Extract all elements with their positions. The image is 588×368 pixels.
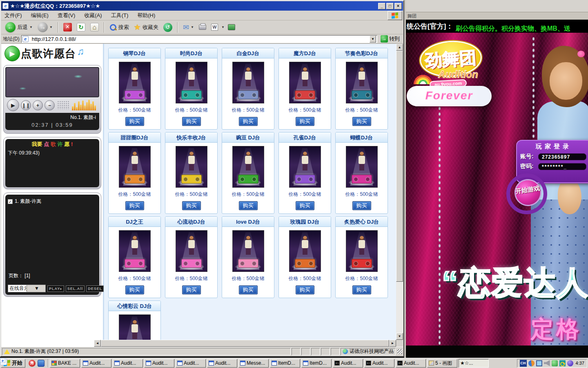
volume-icon[interactable]	[544, 360, 550, 366]
menu-item[interactable]: 工具(T)	[111, 12, 129, 19]
playlist-checkbox[interactable]: ✓	[8, 199, 13, 204]
messenger-button[interactable]	[226, 23, 237, 31]
category-select[interactable]: 在线音乐分类 ▼	[8, 285, 46, 292]
taskbar-task-button[interactable]: Audit...	[333, 359, 363, 368]
account-field[interactable]: 272365897	[538, 153, 586, 160]
play-button[interactable]: ▶	[7, 99, 19, 111]
playlist-action-button[interactable]: SEL.All	[66, 285, 85, 292]
volume-down-button[interactable]: −	[45, 100, 55, 110]
vertical-scrollbar[interactable]: ▲ ▼	[396, 44, 403, 340]
audition-logo: 劲舞团 Audition au.9you.com Forever	[406, 34, 496, 107]
history-button[interactable]: ↺	[162, 22, 174, 33]
vertical-scroll-thumb[interactable]	[396, 51, 403, 282]
address-input[interactable]	[32, 36, 368, 42]
buy-button[interactable]: 购买	[125, 285, 144, 294]
buy-button[interactable]: 购买	[296, 285, 314, 294]
taskbar-task-button[interactable]: ★☆...	[459, 359, 489, 368]
taskbar-task-button[interactable]: Audit...	[176, 359, 206, 368]
quick-launch-icon[interactable]: 秀	[29, 360, 36, 367]
volume-up-button[interactable]: +	[33, 100, 43, 110]
item-image	[176, 230, 207, 272]
playlist-action-button[interactable]: PLAY▸	[47, 285, 64, 292]
buy-button[interactable]: 购买	[125, 201, 144, 210]
address-dropdown-icon[interactable]: ▼	[370, 36, 376, 43]
go-button[interactable]: →转到	[379, 35, 401, 43]
buy-button[interactable]: 购买	[182, 285, 201, 294]
buy-button[interactable]: 购买	[296, 117, 314, 126]
horizontal-scroll-thumb[interactable]	[101, 340, 389, 347]
buy-button[interactable]: 购买	[125, 117, 144, 126]
quick-launch-icon[interactable]	[38, 360, 45, 367]
back-button[interactable]: ←后退▼	[4, 21, 34, 33]
playlist-action-button[interactable]: DESEL	[86, 285, 104, 292]
forward-dropdown-icon[interactable]: ▼	[49, 25, 53, 29]
banner-freeze-frame: 定格	[531, 314, 581, 345]
minimize-button[interactable]: _	[378, 3, 385, 9]
taskbar-task-button[interactable]: Audit...	[113, 359, 143, 368]
key-icon[interactable]	[559, 360, 566, 366]
taskbar-task-button[interactable]: Audit...	[81, 359, 111, 368]
language-indicator[interactable]: CH	[520, 360, 527, 367]
item-price: 价格：500金猪	[336, 107, 388, 114]
task-label: Audit...	[89, 360, 105, 366]
print-button[interactable]	[197, 24, 208, 31]
pause-button[interactable]: ❙❙	[21, 100, 31, 110]
taskbar-task-button[interactable]: ItemD...	[270, 359, 300, 368]
item-name: DJ之王	[109, 217, 160, 227]
taskbar-task-button[interactable]: ItemD...	[301, 359, 332, 368]
buy-button[interactable]: 购买	[239, 117, 258, 126]
buy-button[interactable]: 购买	[182, 201, 201, 210]
menu-item[interactable]: 编辑(E)	[31, 12, 49, 19]
buy-button[interactable]: 购买	[296, 201, 314, 210]
menu-item[interactable]: 查看(V)	[58, 12, 75, 19]
home-button[interactable]: ⌂	[89, 22, 100, 32]
back-dropdown-icon[interactable]: ▼	[29, 25, 33, 29]
display-icon[interactable]	[536, 360, 542, 366]
item-image	[232, 230, 264, 272]
buy-button[interactable]: 购买	[239, 201, 258, 210]
taskbar-task-button[interactable]: Audit...	[144, 359, 174, 368]
taskbar-task-button[interactable]: Audit...	[207, 359, 237, 368]
search-button[interactable]: 搜索	[108, 23, 131, 32]
forward-button[interactable]: →▼	[36, 21, 54, 33]
scroll-down-icon[interactable]: ▼	[396, 333, 403, 340]
close-button[interactable]: ×	[394, 3, 402, 9]
taskbar-task-button[interactable]: Audit...	[396, 359, 426, 368]
scroll-right-icon[interactable]: ►	[389, 340, 396, 347]
messenger-tray-icon[interactable]	[552, 360, 558, 366]
taskbar-task-button[interactable]: Messe...	[238, 359, 269, 368]
buy-button[interactable]: 购买	[239, 285, 258, 294]
favorites-button[interactable]: ★收藏夹	[132, 22, 160, 33]
taskbar-task-button[interactable]: BAKE ...	[50, 359, 80, 368]
favorites-star-icon: ★	[134, 22, 141, 32]
item-name: 玫瑰园 DJ台	[279, 217, 331, 227]
mail-button[interactable]: ✉▼	[181, 22, 196, 33]
edit-dropdown-icon[interactable]: ▼	[221, 25, 225, 29]
stop-button[interactable]: ✕	[62, 22, 74, 32]
taskbar-task-button[interactable]: Audit...	[364, 359, 394, 368]
refresh-button[interactable]: ↻	[75, 22, 87, 32]
maximize-button[interactable]: □	[386, 3, 394, 9]
buy-button[interactable]: 购买	[352, 117, 371, 126]
buy-button[interactable]: 购买	[182, 117, 201, 126]
scroll-left-icon[interactable]: ◄	[94, 340, 101, 347]
game-window-titlebar[interactable]: 舞团	[406, 12, 588, 20]
playlist-item[interactable]: ✓ 1. 素颜-许嵩	[8, 198, 97, 205]
browser-titlebar[interactable]: e ★☆★漫步红尘QQ：272365897★☆★ _ □ ×	[1, 1, 403, 11]
network-icon[interactable]	[528, 360, 535, 366]
taskbar-task-button[interactable]: 5 - 画图	[427, 359, 457, 368]
menu-item[interactable]: 收藏(A)	[84, 12, 102, 19]
mail-dropdown-icon[interactable]: ▼	[191, 25, 194, 29]
menu-item[interactable]: 帮助(H)	[137, 12, 155, 19]
password-field[interactable]: ********_	[538, 163, 586, 170]
category-dropdown-icon[interactable]: ▼	[27, 285, 45, 292]
buy-button[interactable]: 购买	[352, 201, 371, 210]
item-name: 心流动DJ台	[165, 217, 217, 227]
scroll-up-icon[interactable]: ▲	[396, 44, 403, 51]
menu-item[interactable]: 文件(F)	[4, 12, 22, 19]
globe-tray-icon[interactable]	[567, 360, 573, 366]
buy-button[interactable]: 购买	[352, 285, 371, 294]
horizontal-scrollbar[interactable]: ◄ ►	[94, 340, 396, 347]
edit-word-button[interactable]: W	[209, 23, 220, 31]
resize-grip[interactable]	[397, 349, 402, 354]
